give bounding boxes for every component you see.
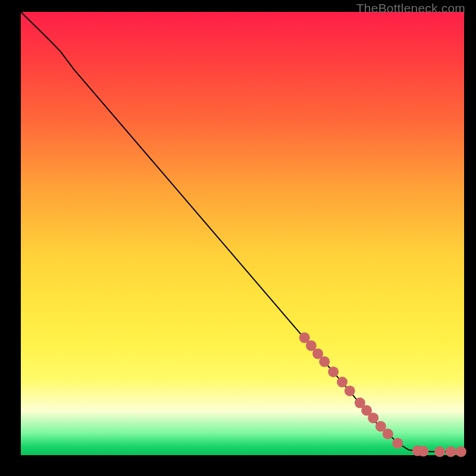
data-dots [299,333,466,457]
data-dot [337,377,347,387]
chart-svg [21,12,464,455]
data-dot [383,428,393,439]
data-dot [345,386,355,396]
data-dot [319,356,330,367]
data-dot [392,438,403,449]
chart-frame: TheBottleneck.com [0,0,476,476]
watermark-label: TheBottleneck.com [356,1,465,15]
data-dot [418,446,428,456]
bottleneck-curve [21,12,464,452]
data-dot [434,446,445,457]
plot-area [21,12,464,455]
data-dot [328,367,339,377]
data-dot [446,446,456,457]
data-dot [368,412,378,423]
data-dot [456,446,466,457]
